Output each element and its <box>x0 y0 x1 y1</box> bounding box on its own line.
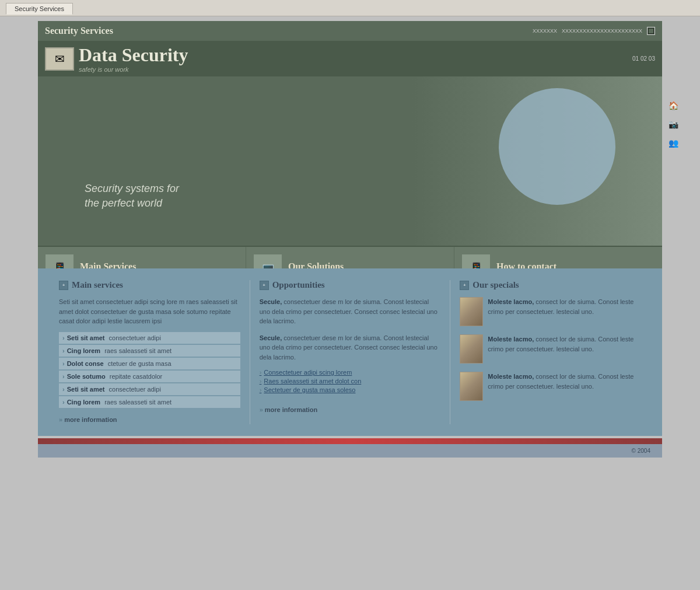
hero-main-title: Data Security <box>79 44 628 66</box>
col1-header: + Main services <box>59 280 240 290</box>
col3-header: + Our specials <box>460 280 641 290</box>
nav-camera-icon[interactable]: 📷 <box>667 118 680 131</box>
hero-body: Security systems for the perfect world <box>38 76 662 246</box>
header-small-text-1: XXXXXXX <box>533 28 557 34</box>
header-maximize-icon[interactable]: □ <box>647 27 655 35</box>
col2-para-1: Secule, consectetuer dese m lor de siuma… <box>260 297 441 326</box>
col2-para-2: Secule, consectetuer dese m lor de siuma… <box>260 333 441 362</box>
hero-subtitle: safety is our work <box>79 66 628 73</box>
service-title-1: Main Services <box>80 261 136 269</box>
hero-top-bar: ✉ Data Security safety is our work 01 02… <box>38 41 662 76</box>
site-header: Security Services XXXXXXX XXXXXXXXXXXXXX… <box>38 21 662 41</box>
col1-more-info-link[interactable]: more information <box>59 416 117 423</box>
service-icon-mobile: 📱 <box>461 254 491 269</box>
col2-link-list: Consectetuer adipi scing lorem Raes sale… <box>260 369 441 393</box>
hero-banner: ✉ Data Security safety is our work 01 02… <box>38 41 662 268</box>
link-3[interactable]: Sectetuer de gusta masa soleso <box>260 386 441 393</box>
three-col-section: + Main services Seti sit amet consectetu… <box>38 268 662 436</box>
col1-body: Seti sit amet consectetuer adipi scing l… <box>59 297 240 326</box>
special-thumb-1 <box>460 297 483 326</box>
col2-more-info-link[interactable]: more information <box>260 406 318 413</box>
service-item-main[interactable]: 📱 Main Services our abilities <box>38 247 246 268</box>
service-text-1: Main Services our abilities <box>80 261 136 269</box>
header-small-text-2: XXXXXXXXXXXXXXXXXXXXXXX <box>562 28 642 34</box>
site-header-title: Security Services <box>45 26 113 36</box>
footer-bar <box>38 438 662 444</box>
service-title-2: Our Solutions <box>288 261 344 269</box>
special-text-1: Moleste lacmo, consect lor de siuma. Con… <box>488 297 641 326</box>
service-title-3: How to contact <box>496 261 556 269</box>
special-text-2: Moleste lacmo, consect lor de siuma. Con… <box>488 334 641 364</box>
bullet-item-4: Sole sotumo repitate casatdolor <box>59 371 240 382</box>
service-icon-phone: 📱 <box>45 254 74 269</box>
link-item-3: Sectetuer de gusta masa soleso <box>260 386 441 393</box>
nav-users-icon[interactable]: 👥 <box>667 137 680 149</box>
special-thumb-2 <box>460 334 483 364</box>
link-1[interactable]: Consectetuer adipi scing lorem <box>260 369 441 376</box>
bullet-item-3: Dolot conse ctetuer de gusta masa <box>59 358 240 369</box>
service-text-3: How to contact our adress <box>496 261 556 269</box>
service-text-2: Our Solutions and clients <box>288 261 344 269</box>
col1-body-text: Seti sit amet consectetuer adipi scing l… <box>59 297 240 326</box>
copyright-text: © 2004 <box>632 448 650 454</box>
hero-title-block: Data Security safety is our work <box>79 44 628 73</box>
browser-bar: Security Services <box>0 0 700 16</box>
col-specials: + Our specials Moleste lacmo, consect lo… <box>450 280 650 424</box>
service-item-solutions[interactable]: 💻 Our Solutions and clients <box>246 247 454 268</box>
site-header-right: XXXXXXX XXXXXXXXXXXXXXXXXXXXXXX □ <box>533 27 655 35</box>
hero-body-text: Security systems for the perfect world <box>85 181 179 211</box>
col2-header-icon: + <box>260 281 269 290</box>
link-item-1: Consectetuer adipi scing lorem <box>260 369 441 376</box>
col2-title: Opportunities <box>272 280 325 290</box>
col2-header: + Opportunities <box>260 280 441 290</box>
hero-nav-dots[interactable]: 01 02 03 <box>632 55 655 62</box>
envelope-icon: ✉ <box>45 47 74 71</box>
hero-circle <box>499 88 615 205</box>
outer-wrapper: Security Services Security Services XXXX… <box>0 0 700 590</box>
hero-text-block: Security systems for the perfect world <box>85 181 179 211</box>
col-main-services: + Main services Seti sit amet consectetu… <box>50 280 250 424</box>
right-nav: 🏠 📷 👥 <box>667 99 680 149</box>
footer-text: © 2004 <box>38 444 662 458</box>
service-item-contact[interactable]: 📱 How to contact our adress <box>454 247 662 268</box>
browser-tab[interactable]: Security Services <box>6 3 73 15</box>
bullet-item-6: Cing lorem raes saleasseti sit amet <box>59 396 240 408</box>
special-item-2: Moleste lacmo, consect lor de siuma. Con… <box>460 334 641 364</box>
service-icon-laptop: 💻 <box>253 254 282 269</box>
special-thumb-3 <box>460 372 483 401</box>
link-2[interactable]: Raes saleasseti sit amet dolot con <box>260 378 441 385</box>
special-text-3: Moleste lacmo, consect lor de siuma. Con… <box>488 372 641 401</box>
bullet-item-1: Seti sit amet consectetuer adipi <box>59 332 240 344</box>
bullet-item-5: Seti sit amet consectetuer adipi <box>59 383 240 395</box>
site-container: Security Services XXXXXXX XXXXXXXXXXXXXX… <box>38 21 662 458</box>
link-item-2: Raes saleasseti sit amet dolot con <box>260 378 441 385</box>
hero-wrapper: ✉ Data Security safety is our work 01 02… <box>38 41 662 268</box>
special-item-1: Moleste lacmo, consect lor de siuma. Con… <box>460 297 641 326</box>
col1-header-icon: + <box>59 281 68 290</box>
special-item-3: Moleste lacmo, consect lor de siuma. Con… <box>460 372 641 401</box>
col-opportunities: + Opportunities Secule, consectetuer des… <box>250 280 451 424</box>
col3-header-icon: + <box>460 281 469 290</box>
nav-home-icon[interactable]: 🏠 <box>667 99 680 112</box>
col1-title: Main services <box>72 280 123 290</box>
services-bar: 📱 Main Services our abilities 💻 Our Solu… <box>38 246 662 268</box>
col1-bullet-list: Seti sit amet consectetuer adipi Cing lo… <box>59 332 240 408</box>
bullet-item-2: Cing lorem raes saleasseti sit amet <box>59 345 240 357</box>
col3-title: Our specials <box>473 280 519 290</box>
